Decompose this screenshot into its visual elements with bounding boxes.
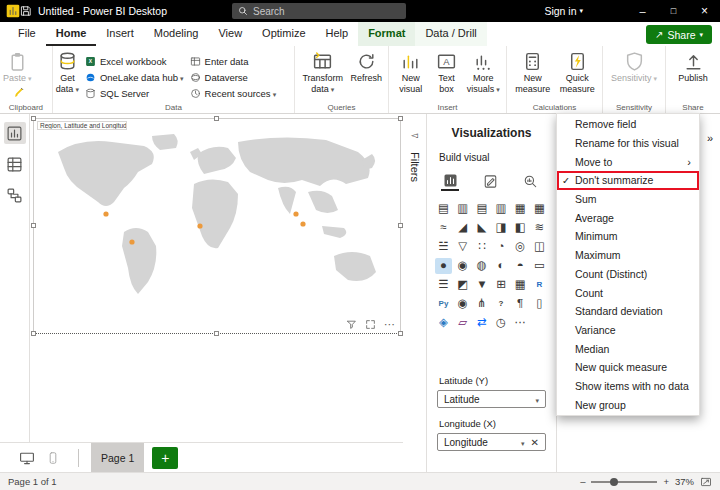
tab-view[interactable]: View — [208, 22, 252, 46]
gauge-icon[interactable]: ◓ — [512, 258, 529, 274]
100-stacked-column-chart-icon[interactable]: ▦ — [531, 201, 548, 217]
tab-modeling[interactable]: Modeling — [144, 22, 209, 46]
pie-chart-icon[interactable]: ◔ — [492, 239, 509, 255]
menu-item[interactable]: Count (Distinct) — [557, 265, 699, 284]
minimize-button[interactable] — [627, 0, 658, 22]
ribbon-chart-icon[interactable]: ≋ — [531, 220, 548, 236]
smart-narrative-icon[interactable]: ¶ — [512, 296, 529, 312]
build-visual-tab[interactable] — [441, 171, 459, 191]
chevron-down-icon[interactable] — [521, 437, 525, 448]
zoom-slider-thumb[interactable] — [610, 478, 618, 486]
area-chart-icon[interactable]: ◢ — [454, 220, 471, 236]
search-input[interactable] — [253, 6, 373, 17]
resize-handle[interactable] — [214, 331, 219, 336]
key-influencers-icon[interactable]: ◉ — [454, 296, 471, 312]
table-view-button[interactable] — [4, 153, 26, 175]
menu-item[interactable]: Variance — [557, 321, 699, 340]
mobile-layout-button[interactable] — [40, 447, 66, 469]
decomposition-tree-icon[interactable]: ⋔ — [473, 296, 490, 312]
zoom-slider[interactable] — [591, 481, 657, 483]
enter-data-button[interactable]: Enter data — [190, 55, 277, 67]
table-icon[interactable]: ⊞ — [492, 277, 509, 293]
arcgis-map-icon[interactable]: ◈ — [435, 315, 452, 331]
paginated-report-icon[interactable]: ▯ — [531, 296, 548, 312]
tab-home[interactable]: Home — [46, 22, 97, 46]
map-visual[interactable]: Region, Latitude and Longitude — [33, 118, 401, 334]
resize-handle[interactable] — [31, 331, 36, 336]
power-apps-visual-icon[interactable]: ▱ — [454, 315, 471, 331]
menu-item[interactable]: ✓Don't summarize — [557, 171, 699, 190]
funnel-chart-icon[interactable]: ▽ — [454, 239, 471, 255]
save-icon[interactable] — [20, 5, 32, 17]
recent-sources-button[interactable]: Recent sources — [190, 87, 277, 99]
line-chart-icon[interactable]: ≈ — [435, 220, 452, 236]
resize-handle[interactable] — [214, 116, 219, 121]
remove-field-icon[interactable] — [531, 437, 539, 448]
stacked-column-chart-icon[interactable]: ▥ — [454, 201, 471, 217]
filled-map-icon[interactable]: ◉ — [454, 258, 471, 274]
new-visual-button[interactable]: New visual — [392, 48, 430, 95]
multi-row-card-icon[interactable]: ☰ — [435, 277, 452, 293]
matrix-icon[interactable]: ▦ — [512, 277, 529, 293]
azure-map-icon[interactable]: ◐ — [492, 258, 509, 274]
transform-data-button[interactable]: Transform data — [298, 48, 347, 95]
stacked-area-chart-icon[interactable]: ◣ — [473, 220, 490, 236]
latitude-field-well[interactable]: Latitude — [437, 390, 546, 408]
chevron-down-icon[interactable] — [535, 394, 539, 405]
zoom-in-button[interactable] — [663, 476, 669, 487]
analytics-tab[interactable] — [521, 171, 539, 191]
text-box-button[interactable]: A Text box — [430, 48, 464, 95]
menu-item[interactable]: Average — [557, 208, 699, 227]
stacked-bar-chart-icon[interactable]: ▤ — [435, 201, 452, 217]
format-visual-tab[interactable] — [481, 171, 499, 191]
menu-item[interactable]: Count — [557, 283, 699, 302]
report-view-button[interactable] — [4, 122, 26, 144]
sql-server-button[interactable]: SQL Server — [85, 87, 184, 99]
menu-item[interactable]: Maximum — [557, 246, 699, 265]
get-data-button[interactable]: Get data — [56, 48, 79, 95]
menu-item[interactable]: Sum — [557, 190, 699, 209]
close-button[interactable] — [689, 0, 720, 22]
resize-handle[interactable] — [31, 116, 36, 121]
fit-to-page-icon[interactable] — [700, 476, 712, 488]
waterfall-chart-icon[interactable]: ☱ — [435, 239, 452, 255]
tab-file[interactable]: File — [8, 22, 46, 46]
clustered-bar-chart-icon[interactable]: ▤ — [473, 201, 490, 217]
menu-item[interactable]: Show items with no data — [557, 377, 699, 396]
get-more-visuals-icon[interactable]: ⋯ — [512, 315, 529, 331]
tab-optimize[interactable]: Optimize — [252, 22, 315, 46]
donut-chart-icon[interactable]: ◎ — [512, 239, 529, 255]
scatter-chart-icon[interactable]: ∷ — [473, 239, 490, 255]
zoom-out-button[interactable] — [580, 476, 585, 487]
menu-item[interactable]: New group — [557, 395, 699, 414]
line-and-clustered-column-chart-icon[interactable]: ◧ — [512, 220, 529, 236]
clustered-column-chart-icon[interactable]: ▥ — [492, 201, 509, 217]
search-box[interactable] — [232, 3, 406, 19]
tab-data-drill[interactable]: Data / Drill — [415, 22, 486, 46]
menu-item[interactable]: Rename for this visual — [557, 134, 699, 153]
maximize-button[interactable] — [658, 0, 689, 22]
metrics-icon[interactable]: ◷ — [492, 315, 509, 331]
desktop-layout-button[interactable] — [14, 447, 40, 469]
shape-map-icon[interactable]: ◍ — [473, 258, 490, 274]
menu-item[interactable]: Standard deviation — [557, 302, 699, 321]
filters-pane-title[interactable]: Filters — [409, 152, 421, 182]
page-tab[interactable]: Page 1 — [91, 443, 144, 473]
paste-button[interactable]: Paste — [3, 48, 32, 84]
filter-icon[interactable] — [346, 319, 357, 330]
dataverse-button[interactable]: Dataverse — [190, 71, 277, 83]
map-data-point[interactable] — [300, 221, 305, 226]
report-canvas[interactable]: Region, Latitude and Longitude — [31, 114, 403, 442]
new-page-button[interactable] — [152, 447, 178, 469]
python-visual-icon[interactable]: Py — [435, 296, 452, 312]
model-view-button[interactable] — [4, 184, 26, 206]
resize-handle[interactable] — [31, 223, 36, 228]
r-script-visual-icon[interactable]: R — [531, 277, 548, 293]
menu-item[interactable]: Median — [557, 339, 699, 358]
longitude-field-well[interactable]: Longitude — [437, 433, 546, 451]
menu-item[interactable]: Minimum — [557, 227, 699, 246]
tab-format[interactable]: Format — [358, 22, 415, 46]
tab-insert[interactable]: Insert — [96, 22, 144, 46]
sensitivity-button[interactable]: Sensitivity — [606, 48, 662, 84]
menu-item[interactable]: Move to› — [557, 152, 699, 171]
